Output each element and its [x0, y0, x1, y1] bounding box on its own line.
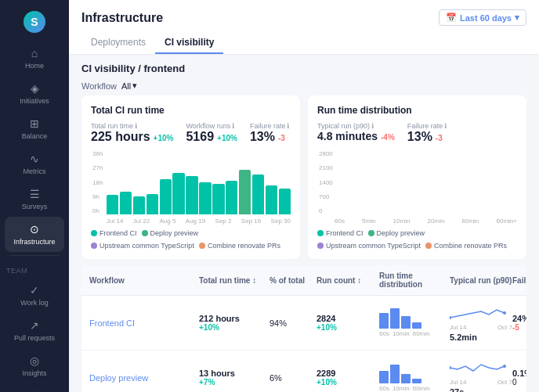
bar-item [160, 179, 172, 214]
workflow-select[interactable]: All ▾ [121, 81, 137, 91]
dist-bar-item [488, 210, 517, 213]
sidebar-divider [9, 255, 60, 256]
sidebar-item-sprints[interactable]: ⬡ Sprints [0, 383, 69, 392]
metric-label: Failure rate ℹ [407, 122, 447, 130]
sidebar-logo: S [0, 0, 69, 41]
th-total-run-time[interactable]: Total run time ↕ [199, 272, 270, 289]
legend-label: Frontend CI [99, 229, 137, 237]
date-range-label: Last 60 days [460, 13, 512, 23]
svg-rect-7 [390, 365, 400, 383]
th-run-count[interactable]: Run count ↕ [317, 272, 379, 289]
legend-dot [91, 243, 97, 249]
legend-label: Frontend CI [326, 229, 364, 237]
runtime-dist-card: Run time distribution Typical run (p90) … [308, 95, 526, 259]
sidebar-item-surveys[interactable]: ☰ Surveys [0, 182, 69, 217]
sidebar-item-label: Initiatives [20, 97, 49, 105]
dist-bar-item [364, 156, 393, 213]
pullrequests-icon: ↗ [30, 319, 39, 332]
bar-item [186, 176, 197, 214]
legend-dot [317, 230, 324, 236]
th-workflow: Workflow [89, 272, 199, 289]
dist-chart: 2800210014007000 [317, 150, 517, 214]
bar-item [147, 194, 158, 214]
sidebar-item-worklog[interactable]: ✓ Work log [0, 278, 69, 313]
svg-point-4 [450, 316, 451, 319]
sidebar-item-label: Work log [20, 299, 48, 307]
sidebar-item-label: Home [25, 62, 44, 70]
tab-ci-visibility[interactable]: CI visibility [155, 32, 223, 54]
info-icon[interactable]: ℹ [371, 122, 374, 130]
td-run-time-dist: 60s10min60min [379, 363, 450, 392]
sparkline-chart [450, 304, 508, 322]
sidebar-item-home[interactable]: ⌂ Home [0, 41, 69, 76]
y-axis-labels: 2800210014007000 [317, 150, 335, 214]
table-row: Frontend CI 212 hours +10% 94% 2824 +10% [81, 296, 526, 351]
legend-deploy-preview: Deploy preview [142, 229, 199, 237]
legend-upstream: Upstream common TypeScript [91, 242, 194, 250]
metric-value: 225 hours [91, 130, 150, 144]
td-workflow-name[interactable]: Deploy preview [89, 373, 199, 383]
th-failure-rate[interactable]: Failure rate ↕ [512, 272, 526, 289]
sidebar-item-infrastructure[interactable]: ⊙ Infrastructure [5, 217, 64, 252]
bar-item [133, 196, 145, 214]
sidebar-item-pullrequests[interactable]: ↗ Pull requests [0, 313, 69, 348]
bar-item [107, 195, 118, 214]
bar-item [199, 182, 211, 214]
bar-item [172, 173, 184, 214]
sidebar-item-insights[interactable]: ◎ Insights [0, 348, 69, 383]
home-icon: ⌂ [31, 47, 38, 59]
td-failure-rate: 0.1% 0 [512, 369, 526, 387]
info-icon[interactable]: ℹ [287, 122, 289, 130]
tab-deployments[interactable]: Deployments [81, 32, 155, 54]
legend-combine: Combine renovate PRs [199, 242, 280, 250]
runtime-dist-metrics: Typical run (p90) ℹ 4.8 minutes -4% Fail… [317, 122, 517, 144]
total-ci-chart: 36h27h18h9h0h [91, 150, 291, 214]
date-range-picker[interactable]: 📅 Last 60 days ▾ [439, 9, 526, 26]
workflow-filter: Workflow All ▾ [69, 79, 539, 95]
legend-label: Upstream common TypeScript [99, 242, 194, 250]
legend-label: Combine renovate PRs [434, 242, 507, 250]
td-run-count: 2289 +10% [317, 369, 379, 387]
sidebar-item-label: Insights [22, 369, 46, 377]
metric-value: 5169 [186, 130, 214, 144]
balance-icon: ⊞ [30, 117, 39, 130]
header-title-row: Infrastructure 📅 Last 60 days ▾ [81, 9, 526, 26]
sidebar-item-metrics[interactable]: ∿ Metrics [0, 146, 69, 182]
th-pct-total: % of total [270, 272, 317, 289]
info-icon[interactable]: ℹ [232, 122, 234, 130]
td-workflow-name[interactable]: Frontend CI [89, 318, 199, 328]
legend-dot [425, 243, 432, 249]
dist-bar-item [458, 209, 487, 213]
app-logo: S [24, 11, 45, 33]
sidebar-item-balance[interactable]: ⊞ Balance [0, 111, 69, 146]
sidebar-nav: ⌂ Home ◈ Initiatives ⊞ Balance ∿ Metrics… [0, 41, 69, 392]
metric-label: Typical run (p90) ℹ [317, 122, 395, 130]
breadcrumb: CI visibility / frontend [69, 55, 539, 79]
team-section-label: Team [0, 259, 69, 278]
sidebar-item-initiatives[interactable]: ◈ Initiatives [0, 76, 69, 111]
metric-failure-rate: Failure rate ℹ 13% -3 [250, 122, 290, 144]
svg-rect-8 [401, 374, 411, 383]
svg-rect-1 [390, 308, 400, 329]
td-pct-total: 94% [270, 318, 317, 328]
metric-value: 4.8 minutes [317, 130, 378, 142]
info-icon[interactable]: ℹ [135, 122, 137, 130]
runtime-dist-title: Run time distribution [317, 105, 517, 116]
svg-point-11 [503, 365, 506, 368]
chart-legend: Frontend CI Deploy preview Upstream comm… [91, 229, 291, 250]
table-header: Workflow Total run time ↕ % of total Run… [81, 265, 526, 296]
td-total-run-time: 212 hours +10% [199, 314, 270, 332]
x-axis-labels: Jul 14Jul 22Aug 5Aug 19Sep 2Sep 16Sep 30 [91, 218, 291, 225]
legend-deploy-preview: Deploy preview [368, 229, 425, 237]
chevron-down-icon: ▾ [132, 81, 137, 91]
td-total-run-time: 13 hours +7% [199, 369, 270, 387]
info-icon[interactable]: ℹ [444, 122, 447, 130]
metric-failure-rate-dist: Failure rate ℹ 13% -3 [407, 122, 447, 144]
table-row: Deploy preview 13 hours +7% 6% 2289 +10% [81, 351, 526, 392]
data-table: Workflow Total run time ↕ % of total Run… [81, 265, 526, 392]
th-typical-run: Typical run (p90) [450, 272, 512, 289]
mini-bar-chart [379, 308, 434, 329]
td-pct-total: 6% [270, 373, 317, 383]
dist-bar-item [395, 160, 424, 213]
sidebar-item-label: Pull requests [14, 334, 55, 342]
